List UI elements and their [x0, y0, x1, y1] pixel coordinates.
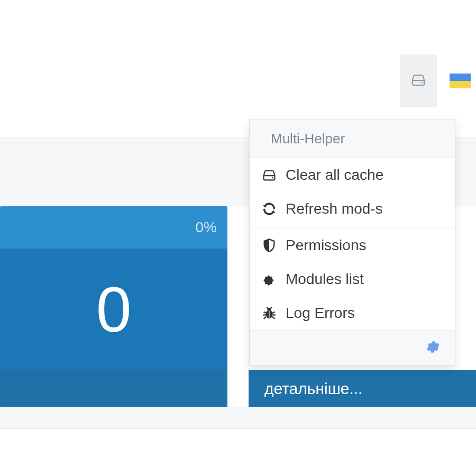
svg-line-9 — [264, 312, 267, 313]
stat-percent: 0% — [196, 219, 217, 236]
language-flag-ua[interactable] — [450, 74, 471, 88]
menu-log-errors[interactable]: Log Errors — [250, 296, 455, 330]
dropdown-header: Multi-Helper — [250, 120, 455, 158]
dropdown-footer — [250, 330, 455, 365]
menu-item-label: Clear all cache — [286, 167, 383, 184]
top-bar — [0, 0, 476, 119]
svg-line-14 — [272, 317, 275, 319]
stat-card: 0% 0 — [0, 206, 227, 407]
menu-refresh-mods[interactable]: Refresh mod-s — [250, 192, 455, 226]
svg-point-3 — [272, 177, 273, 179]
svg-line-13 — [264, 317, 267, 319]
svg-point-1 — [422, 82, 423, 84]
svg-marker-4 — [263, 205, 267, 208]
disk-icon — [410, 72, 426, 90]
more-link-label: детальніше... — [264, 380, 362, 398]
multi-helper-toggle[interactable] — [400, 54, 437, 107]
multi-helper-dropdown: Multi-Helper Clear all cache Refresh mod… — [249, 120, 455, 366]
svg-line-10 — [272, 312, 275, 313]
gear-icon — [425, 347, 441, 356]
refresh-icon — [261, 201, 277, 217]
menu-clear-cache[interactable]: Clear all cache — [250, 158, 455, 192]
menu-item-label: Refresh mod-s — [286, 200, 383, 217]
menu-item-label: Modules list — [286, 271, 364, 288]
stat-card-2-more[interactable]: детальніше... — [249, 370, 476, 407]
bug-icon — [261, 305, 277, 321]
menu-modules-list[interactable]: Modules list — [250, 262, 455, 296]
svg-marker-5 — [272, 210, 276, 213]
menu-item-label: Log Errors — [286, 305, 355, 322]
menu-permissions[interactable]: Permissions — [250, 228, 455, 262]
shield-icon — [261, 237, 277, 253]
disk-icon — [261, 167, 277, 183]
stat-value: 0 — [96, 273, 132, 346]
svg-line-16 — [270, 307, 271, 309]
stat-card-more[interactable] — [0, 370, 227, 407]
puzzle-icon — [261, 271, 277, 287]
settings-button[interactable] — [425, 339, 441, 357]
svg-line-15 — [267, 307, 268, 309]
menu-item-label: Permissions — [286, 237, 366, 254]
